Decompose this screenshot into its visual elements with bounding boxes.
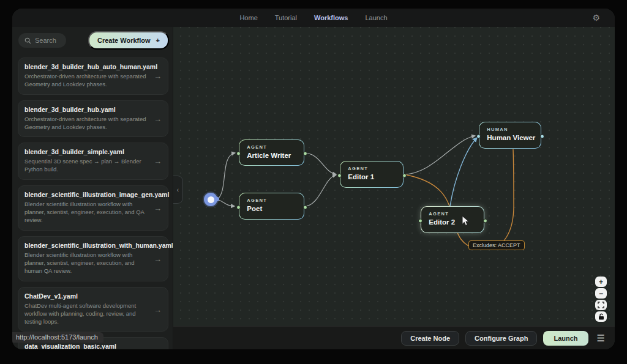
- input-port[interactable]: [236, 205, 241, 209]
- workflow-filename: blender_3d_builder_hub.yaml: [24, 106, 162, 113]
- edge-start-articlewriter[interactable]: [217, 153, 235, 199]
- zoom-out-button[interactable]: −: [595, 288, 607, 299]
- plus-icon: +: [156, 37, 160, 44]
- workflow-description: Orchestrator-driven architecture with se…: [24, 115, 162, 132]
- app-window: Home Tutorial Workflows Launch ⚙: [12, 9, 615, 349]
- open-arrow-icon[interactable]: →: [154, 72, 162, 81]
- input-port[interactable]: [337, 173, 342, 177]
- workflow-filename: blender_scientific_illustration_image_ge…: [24, 191, 162, 198]
- fit-view-icon: [598, 302, 604, 308]
- open-arrow-icon[interactable]: →: [154, 114, 162, 123]
- settings-gear-icon[interactable]: ⚙: [592, 13, 600, 22]
- mouse-cursor: [462, 215, 470, 226]
- launch-button[interactable]: Launch: [543, 331, 588, 346]
- workflow-list-item[interactable]: blender_scientific_illustration_image_ge…: [18, 185, 168, 231]
- output-port[interactable]: [483, 218, 487, 223]
- workflow-list: blender_3d_builder_hub_auto_human.yaml O…: [12, 58, 173, 349]
- node-name-label: Human Viewer: [487, 134, 540, 141]
- start-node-core: [208, 196, 214, 203]
- nav-launch[interactable]: Launch: [365, 14, 387, 21]
- node-name-label: Editor 1: [348, 173, 402, 180]
- input-port[interactable]: [476, 134, 481, 138]
- workflow-description: Sequential 3D scene spec → plan → Blende…: [24, 157, 162, 174]
- workflow-list-item[interactable]: blender_scientific_illustration_with_hum…: [18, 236, 168, 281]
- edge-start-poet[interactable]: [217, 199, 235, 206]
- fit-view-button[interactable]: [595, 300, 607, 310]
- open-arrow-icon[interactable]: →: [154, 203, 162, 212]
- edge-poet-editor1[interactable]: [304, 175, 336, 206]
- workflow-sidebar: Search Create Workflow + blender_3d_buil…: [12, 27, 173, 349]
- workflow-filename: data_visualization_basic.yaml: [24, 343, 162, 349]
- search-icon: [24, 37, 31, 44]
- workflow-list-item[interactable]: ChatDev_v1.yaml ChatDev multi-agent soft…: [18, 287, 168, 332]
- workflow-list-item[interactable]: blender_3d_builder_simple.yaml Sequentia…: [18, 143, 168, 180]
- chevron-left-icon: ‹: [177, 187, 179, 193]
- node-name-label: Poet: [247, 205, 303, 212]
- start-node-port[interactable]: [215, 197, 219, 201]
- open-arrow-icon[interactable]: →: [154, 254, 162, 263]
- open-arrow-icon[interactable]: →: [154, 157, 162, 166]
- output-port[interactable]: [402, 173, 407, 177]
- create-workflow-button[interactable]: Create Workflow +: [88, 31, 169, 50]
- top-nav-bar: Home Tutorial Workflows Launch ⚙: [12, 9, 615, 27]
- edge-articlewriter-editor1[interactable]: [304, 153, 336, 174]
- nav-home[interactable]: Home: [239, 14, 257, 21]
- input-port[interactable]: [418, 218, 422, 223]
- node-type-label: AGENT: [247, 198, 303, 203]
- input-port[interactable]: [236, 152, 241, 156]
- workflow-canvas[interactable]: ‹ AGENT Article Writer AGENT Poet: [173, 27, 615, 349]
- workflow-list-item[interactable]: blender_3d_builder_hub.yaml Orchestrator…: [18, 100, 168, 138]
- workflow-description: Blender scientific illustration workflow…: [24, 251, 162, 275]
- lock-icon: [598, 313, 604, 320]
- edge-editor1-excludes-accept[interactable]: [404, 149, 514, 250]
- workflow-list-item[interactable]: blender_3d_builder_hub_auto_human.yaml O…: [18, 58, 168, 95]
- canvas-zoom-controls: + −: [595, 277, 607, 322]
- search-input[interactable]: Search: [18, 33, 66, 48]
- create-node-button[interactable]: Create Node: [401, 331, 459, 346]
- output-port[interactable]: [303, 152, 307, 156]
- node-editor-2[interactable]: AGENT Editor 2: [421, 206, 484, 233]
- node-type-label: HUMAN: [487, 127, 540, 132]
- configure-graph-button[interactable]: Configure Graph: [465, 331, 537, 346]
- output-port[interactable]: [540, 134, 544, 138]
- zoom-in-button[interactable]: +: [595, 277, 607, 287]
- edges-layer: [173, 27, 615, 349]
- workflow-description: Blender scientific illustration workflow…: [24, 200, 162, 225]
- link-status-tooltip: http://localhost:5173/launch: [12, 332, 103, 343]
- open-arrow-icon[interactable]: →: [154, 305, 162, 314]
- node-article-writer[interactable]: AGENT Article Writer: [239, 139, 304, 166]
- sidebar-header: Search Create Workflow +: [12, 27, 173, 50]
- node-type-label: AGENT: [348, 166, 402, 171]
- open-arrow-icon[interactable]: →: [154, 347, 162, 349]
- workflow-filename: blender_3d_builder_hub_auto_human.yaml: [24, 63, 162, 70]
- workflow-description: Orchestrator-driven architecture with se…: [24, 72, 162, 89]
- output-port[interactable]: [303, 205, 307, 209]
- workflow-description: ChatDev multi-agent software development…: [24, 302, 162, 326]
- menu-hamburger-icon[interactable]: ☰: [597, 333, 605, 343]
- edge-editor2-humanviewer[interactable]: [450, 138, 477, 206]
- node-name-label: Article Writer: [247, 152, 303, 159]
- sidebar-collapse-tab[interactable]: ‹: [173, 176, 183, 204]
- nav-tutorial[interactable]: Tutorial: [275, 14, 297, 21]
- workflow-filename: blender_3d_builder_simple.yaml: [24, 148, 162, 155]
- node-type-label: AGENT: [247, 144, 303, 150]
- node-type-label: AGENT: [429, 211, 483, 217]
- workflow-filename: ChatDev_v1.yaml: [24, 292, 162, 300]
- workflow-filename: blender_scientific_illustration_with_hum…: [24, 242, 162, 249]
- node-name-label: Editor 2: [429, 218, 483, 226]
- node-poet[interactable]: AGENT Poet: [239, 193, 304, 220]
- nav-workflows[interactable]: Workflows: [314, 14, 348, 21]
- lock-button[interactable]: [595, 311, 607, 322]
- search-placeholder: Search: [35, 37, 56, 44]
- edge-editor1-humanviewer[interactable]: [404, 136, 475, 174]
- node-human-viewer[interactable]: HUMAN Human Viewer: [479, 122, 541, 149]
- edge-condition-label[interactable]: Excludes: ACCEPT: [468, 240, 525, 250]
- node-editor-1[interactable]: AGENT Editor 1: [340, 161, 404, 188]
